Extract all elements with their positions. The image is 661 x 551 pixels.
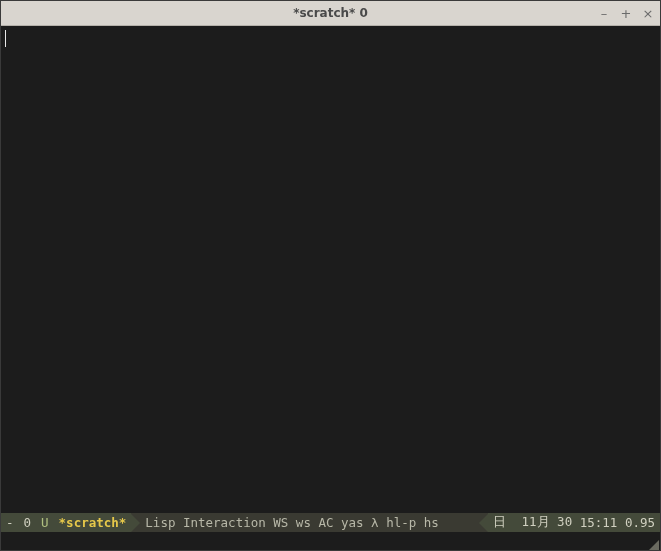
window-controls: – + ×: [596, 5, 656, 21]
position-indicator: 0: [19, 513, 37, 532]
mode-line[interactable]: - 0 U *scratch* Lisp Interaction WS ws A…: [1, 513, 660, 532]
editor-window: *scratch* 0 – + × - 0 U *scratch* Lisp I…: [0, 0, 661, 551]
major-mode: Lisp Interaction: [145, 515, 265, 530]
maximize-button[interactable]: +: [618, 5, 634, 21]
encoding-indicator: U: [36, 513, 54, 532]
mode-indicators: Lisp Interaction WS ws AC yas λ hl-p hs: [140, 513, 479, 532]
window-title: *scratch* 0: [293, 6, 368, 20]
load-average: 0.95: [625, 515, 655, 530]
date: 11月 30: [522, 514, 573, 531]
datetime-segment: 日 11月 30 15:11 0.95: [488, 513, 660, 532]
text-cursor: [5, 30, 6, 47]
resize-grip-icon[interactable]: [649, 540, 659, 550]
modified-indicator: -: [1, 513, 19, 532]
time: 15:11: [580, 515, 618, 530]
close-button[interactable]: ×: [640, 5, 656, 21]
separator-arrow-icon: [131, 514, 140, 532]
text-editor-area[interactable]: [1, 26, 660, 513]
minimize-button[interactable]: –: [596, 5, 612, 21]
minibuffer[interactable]: [1, 532, 660, 550]
separator-arrow-in-icon: [479, 514, 488, 532]
minor-modes: WS ws AC yas λ hl-p hs: [273, 515, 439, 530]
buffer-name: *scratch*: [54, 513, 132, 532]
titlebar[interactable]: *scratch* 0 – + ×: [1, 1, 660, 26]
day-of-week: 日: [493, 514, 506, 531]
